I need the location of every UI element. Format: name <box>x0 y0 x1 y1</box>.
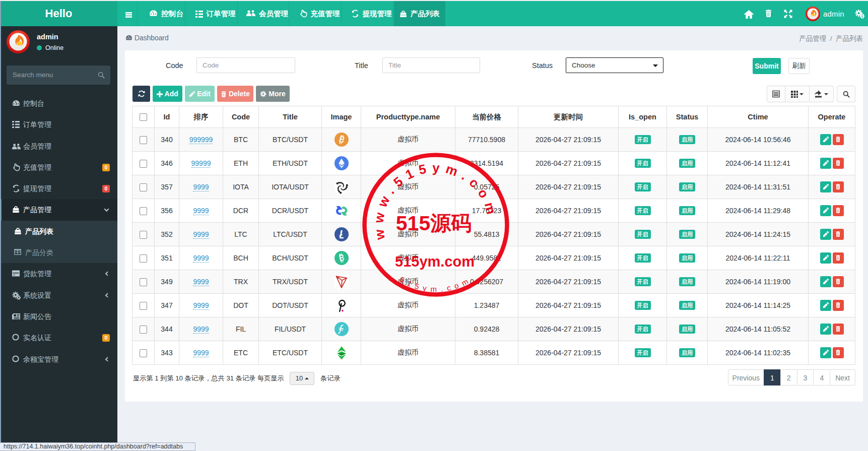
svg-text:515源码: 515源码 <box>396 212 472 235</box>
svg-text:515ym.com: 515ym.com <box>395 253 475 270</box>
